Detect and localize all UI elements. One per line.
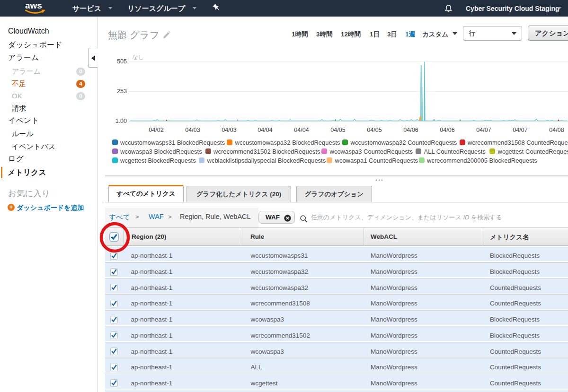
svg-text:aws: aws xyxy=(25,1,42,10)
